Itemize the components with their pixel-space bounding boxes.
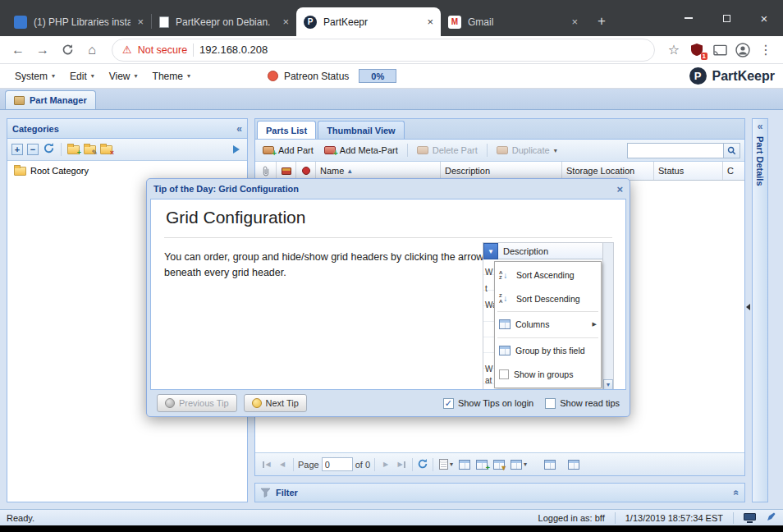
cell-fragment: at <box>485 376 492 385</box>
close-tab-icon[interactable]: × <box>427 16 433 28</box>
grid-tool-add-button[interactable]: + <box>474 460 489 470</box>
add-meta-part-button[interactable]: + Add Meta-Part <box>321 144 401 157</box>
first-page-button[interactable]: ◀ <box>260 457 273 472</box>
menu-item-label: Show in groups <box>514 369 573 379</box>
show-read-tips-checkbox[interactable]: Show read tips <box>545 398 620 409</box>
filter-panel[interactable]: Filter « <box>254 483 745 502</box>
maximize-button[interactable] <box>707 0 745 36</box>
fullscreen-button[interactable] <box>744 513 756 523</box>
grid-tool-table-button[interactable] <box>457 460 472 470</box>
cast-button[interactable] <box>709 39 730 61</box>
browser-menu-button[interactable]: ⋮ <box>755 39 776 61</box>
grid-tool-filter-button[interactable]: ▼ <box>492 460 506 470</box>
refresh-tree-button[interactable] <box>43 142 55 158</box>
collapse-left-icon[interactable]: « <box>236 124 242 134</box>
export-dropdown-button[interactable]: ▾ <box>437 459 455 470</box>
previous-tip-button[interactable]: Previous Tip <box>157 394 237 412</box>
expand-all-button[interactable]: + <box>11 144 23 155</box>
delete-category-button[interactable]: × <box>100 145 112 154</box>
last-page-icon: ▶ <box>397 461 402 468</box>
tab-thumbnail-view[interactable]: Thumbnail View <box>318 121 405 139</box>
page-count-label: of 0 <box>355 460 370 470</box>
menu-theme[interactable]: Theme ▾ <box>146 67 197 85</box>
profile-button[interactable] <box>732 39 753 61</box>
next-tip-button[interactable]: Next Tip <box>244 394 307 412</box>
window-toggle-button-2[interactable] <box>566 460 581 470</box>
tab-label: Thumbnail View <box>327 126 396 135</box>
column-status[interactable]: Status <box>654 162 723 180</box>
splitter-collapse-arrow[interactable] <box>746 304 750 310</box>
brush-icon <box>766 511 776 522</box>
expand-up-icon[interactable]: « <box>731 490 743 496</box>
close-tab-icon[interactable]: × <box>137 16 144 28</box>
page-number-input[interactable] <box>322 457 353 471</box>
close-window-button[interactable]: × <box>745 0 783 36</box>
browser-tab-php-libraries[interactable]: (1) PHP Libraries insta × <box>7 7 151 36</box>
dialog-close-button[interactable]: × <box>616 183 623 195</box>
search-input[interactable] <box>627 143 724 158</box>
delete-part-button[interactable]: Delete Part <box>414 144 481 157</box>
menu-system[interactable]: System ▾ <box>8 67 62 85</box>
minimize-button[interactable] <box>670 0 707 36</box>
patreon-label: Patreon Status <box>284 71 349 82</box>
menu-view[interactable]: View ▾ <box>103 67 144 85</box>
grid-tool-columns-dropdown-button[interactable]: ▾ <box>509 460 529 470</box>
expand-left-icon[interactable]: « <box>758 122 763 131</box>
collapse-all-button[interactable]: − <box>27 144 39 155</box>
column-truncated[interactable]: C <box>723 162 744 180</box>
partkeepr-logo: P PartKeepr <box>689 67 775 85</box>
not-secure-warning-icon: ⚠ <box>122 44 132 56</box>
search-icon <box>727 146 736 155</box>
tree-node-label: Root Category <box>30 166 89 176</box>
patreon-status-button[interactable]: Patreon Status <box>268 71 349 82</box>
checkbox-checked-icon[interactable]: ✓ <box>443 398 454 409</box>
forward-button[interactable]: → <box>31 39 54 62</box>
go-arrow-icon[interactable] <box>233 145 240 154</box>
duplicate-button[interactable]: Duplicate ▾ <box>493 144 561 157</box>
column-name[interactable]: Name ▲ <box>316 162 441 180</box>
group-icon <box>499 346 511 355</box>
show-tips-on-login-checkbox[interactable]: ✓ Show Tips on login <box>443 398 533 409</box>
ublock-extension-button[interactable]: 1 <box>686 39 707 61</box>
brand-name: PartKeepr <box>712 69 775 84</box>
not-secure-label[interactable]: Not secure <box>138 44 187 56</box>
add-part-button[interactable]: + Add Part <box>259 144 317 157</box>
window-toggle-button-1[interactable] <box>543 460 557 470</box>
previous-page-button[interactable]: ◀ <box>276 457 289 472</box>
home-button[interactable]: ⌂ <box>80 39 103 62</box>
parts-tabbar: Parts List Thumbnail View <box>255 119 744 140</box>
dialog-titlebar[interactable]: Tip of the Day: Grid Configuration × <box>147 179 630 199</box>
column-attachments[interactable] <box>255 162 277 180</box>
search-button[interactable] <box>724 143 740 158</box>
menu-edit[interactable]: Edit ▾ <box>63 67 101 85</box>
checkbox-unchecked-icon[interactable] <box>545 398 556 409</box>
url-text[interactable]: 192.168.0.208 <box>199 44 644 56</box>
tab-label: Part Manager <box>30 95 87 105</box>
column-description[interactable]: Description <box>441 162 562 180</box>
new-tab-button[interactable]: + <box>590 10 613 33</box>
column-metapart[interactable] <box>277 162 296 180</box>
omnibox-separator <box>193 44 194 57</box>
reload-button[interactable] <box>56 39 79 62</box>
tree-node-root-category[interactable]: Root Category <box>7 161 247 176</box>
close-tab-icon[interactable]: × <box>282 16 289 28</box>
tab-part-manager[interactable]: Part Manager <box>5 90 96 109</box>
theme-brush-button[interactable] <box>766 511 776 524</box>
next-page-button[interactable]: ▶ <box>379 457 392 472</box>
browser-tab-partkeepr-debian[interactable]: PartKeepr on Debian. × <box>152 7 296 36</box>
bookmark-star-button[interactable]: ☆ <box>663 39 685 61</box>
edit-category-button[interactable]: ✎ <box>84 145 96 154</box>
browser-tab-gmail[interactable]: M Gmail × <box>441 7 585 36</box>
refresh-grid-button[interactable] <box>417 458 428 471</box>
last-page-button[interactable]: ▶ <box>395 457 408 472</box>
add-category-button[interactable]: + <box>67 145 80 154</box>
tab-parts-list[interactable]: Parts List <box>257 121 316 139</box>
browser-tab-partkeepr-active[interactable]: P PartKeepr × <box>296 7 441 36</box>
sort-ascending-icon: AZ ↓ <box>499 269 511 281</box>
close-tab-icon[interactable]: × <box>571 16 578 28</box>
column-storage-location[interactable]: Storage Location <box>562 162 654 180</box>
column-status-dot[interactable] <box>296 162 316 180</box>
omnibox[interactable]: ⚠ Not secure 192.168.0.208 <box>112 39 655 62</box>
part-details-collapsed-panel[interactable]: « Part Details <box>752 118 768 502</box>
back-button[interactable]: ← <box>7 39 30 62</box>
